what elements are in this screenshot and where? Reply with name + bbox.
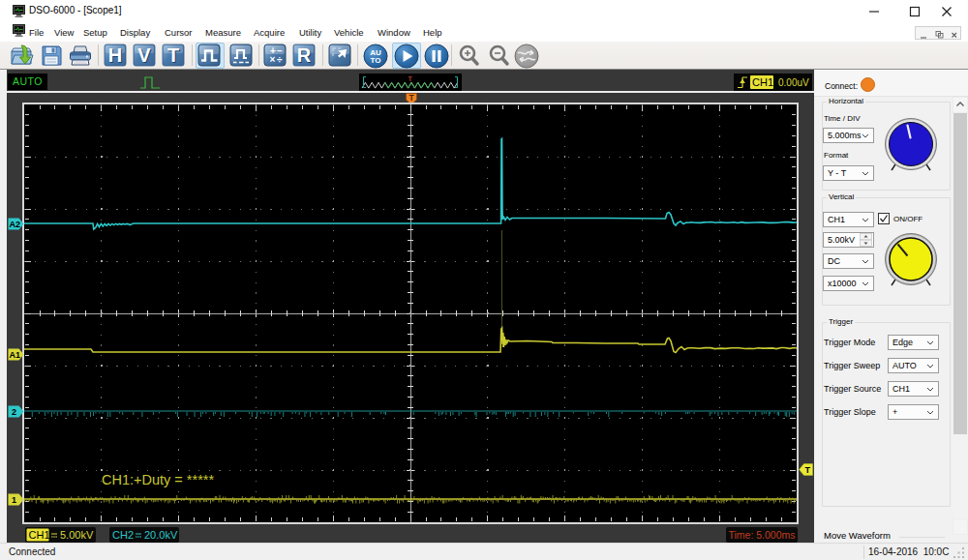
svg-text:CH1: CH1 (752, 76, 773, 88)
svg-text:CH2: CH2 (112, 529, 134, 541)
svg-text:TO: TO (371, 56, 381, 65)
svg-text:T: T (805, 465, 811, 475)
svg-text:CH1:+Duty = *****: CH1:+Duty = ***** (102, 472, 214, 487)
svg-text:A2: A2 (10, 220, 21, 229)
svg-text:×: × (270, 54, 276, 65)
svg-text:2: 2 (12, 407, 16, 417)
svg-text:1: 1 (12, 495, 16, 505)
svg-text:T: T (408, 75, 413, 82)
svg-text:CH1: CH1 (29, 529, 50, 541)
svg-text:20.0kV: 20.0kV (144, 529, 178, 541)
svg-text:÷: ÷ (277, 54, 283, 65)
svg-text:H: H (108, 44, 122, 66)
svg-text:T: T (167, 44, 179, 66)
svg-text:0.00uV: 0.00uV (778, 77, 809, 88)
svg-text:V: V (137, 44, 151, 66)
svg-text:R: R (297, 44, 312, 66)
svg-text:5.00kV: 5.00kV (60, 529, 94, 541)
svg-text:A1: A1 (10, 350, 21, 360)
svg-text:T: T (409, 93, 415, 103)
